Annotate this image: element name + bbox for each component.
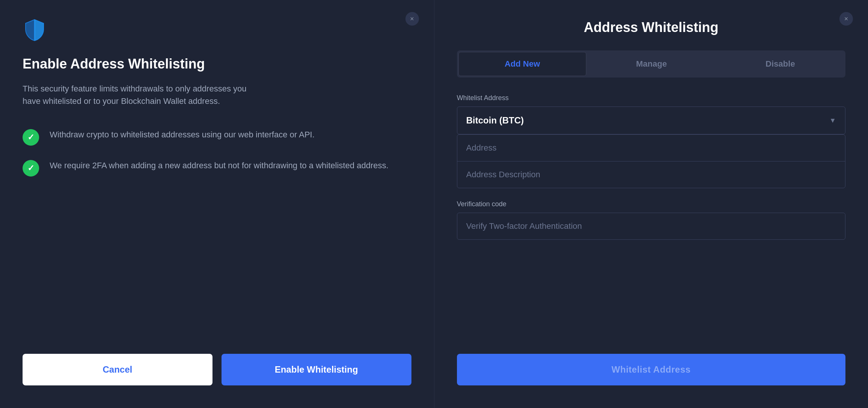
cancel-button[interactable]: Cancel — [23, 354, 212, 385]
address-input[interactable] — [457, 135, 845, 161]
enable-whitelisting-button[interactable]: Enable Whitelisting — [222, 354, 411, 385]
whitelist-address-section: Whitelist Address Bitcoin (BTC) ▼ — [457, 94, 846, 188]
currency-select-display[interactable]: Bitcoin (BTC) ▼ — [457, 107, 845, 134]
whitelist-address-label: Whitelist Address — [457, 94, 846, 102]
tab-disable[interactable]: Disable — [717, 52, 844, 76]
shield-icon-container — [23, 18, 411, 44]
enable-whitelisting-panel: × Enable Address Whitelisting This secur… — [0, 0, 434, 408]
address-whitelisting-panel: × Address Whitelisting Add New Manage Di… — [434, 0, 868, 408]
tab-add-new[interactable]: Add New — [458, 52, 587, 76]
feature-item-2: We require 2FA when adding a new address… — [23, 159, 411, 177]
shield-icon — [23, 18, 47, 42]
right-panel-title: Address Whitelisting — [457, 20, 846, 35]
verification-input[interactable] — [457, 213, 846, 240]
panel-description: This security feature limits withdrawals… — [23, 82, 256, 107]
check-icon-1 — [23, 129, 39, 146]
address-description-input[interactable] — [457, 161, 845, 188]
verification-label: Verification code — [457, 200, 846, 208]
left-buttons: Cancel Enable Whitelisting — [23, 354, 411, 385]
close-right-button[interactable]: × — [839, 12, 853, 26]
close-left-button[interactable]: × — [405, 12, 419, 26]
feature-text-2: We require 2FA when adding a new address… — [50, 159, 388, 172]
currency-select[interactable]: Bitcoin (BTC) ▼ — [457, 107, 846, 134]
whitelist-address-button[interactable]: Whitelist Address — [457, 354, 846, 385]
tabs-container: Add New Manage Disable — [457, 50, 846, 78]
tab-manage[interactable]: Manage — [588, 52, 715, 76]
feature-list: Withdraw crypto to whitelisted addresses… — [23, 128, 411, 324]
feature-item-1: Withdraw crypto to whitelisted addresses… — [23, 128, 411, 146]
address-inputs-container — [457, 134, 846, 188]
verification-section: Verification code — [457, 200, 846, 240]
chevron-down-icon: ▼ — [829, 117, 836, 125]
panel-title: Enable Address Whitelisting — [23, 56, 411, 72]
selected-currency: Bitcoin (BTC) — [466, 115, 524, 126]
check-icon-2 — [23, 160, 39, 177]
feature-text-1: Withdraw crypto to whitelisted addresses… — [50, 128, 314, 141]
